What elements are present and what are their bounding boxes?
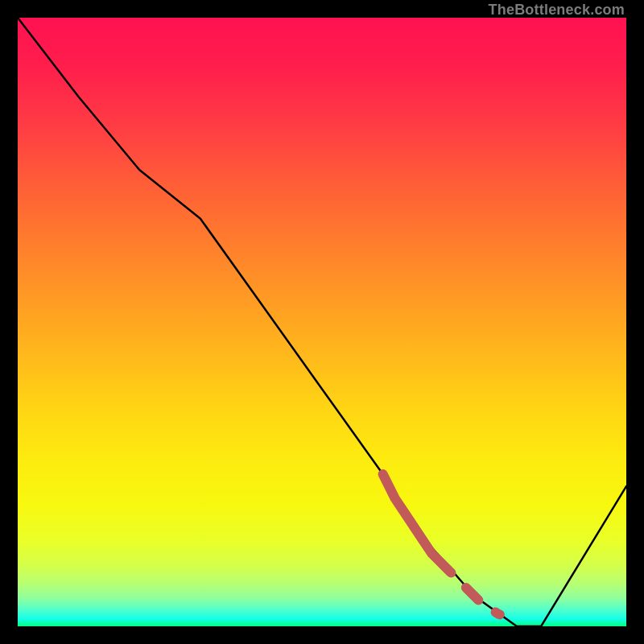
plot-area: [18, 18, 626, 626]
curve-layer: [18, 18, 626, 626]
watermark-label: TheBottleneck.com: [489, 2, 625, 19]
bottleneck-curve: [18, 18, 626, 626]
chart-stage: TheBottleneck.com: [0, 0, 644, 644]
optimal-segment: [383, 474, 517, 620]
